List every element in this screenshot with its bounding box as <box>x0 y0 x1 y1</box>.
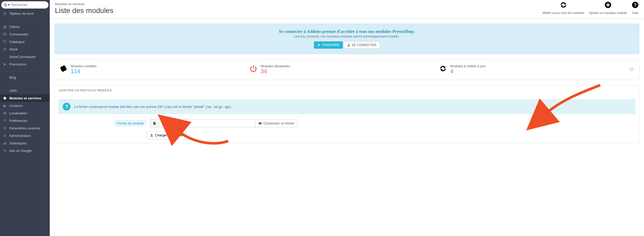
addons-subtitle: Une fois connecté, vos nouveaux modules … <box>60 35 634 38</box>
file-input-group: Choisissez un fichier <box>150 119 298 127</box>
truck-icon <box>3 104 7 108</box>
tag-icon <box>3 40 7 44</box>
help-icon <box>632 1 639 10</box>
search-icon <box>4 3 10 7</box>
signup-button[interactable]: S'INSCRIRE <box>314 41 343 49</box>
plus-icon <box>589 1 627 10</box>
nav-separator: - - - - - - - - - - <box>0 17 50 23</box>
page-title: Liste des modules <box>55 6 113 15</box>
upload-panel: AJOUTER UN NOUVEAU MODULE ? Le fichier c… <box>54 85 639 143</box>
stat-toupdate: Modules à mettre à jour 4 <box>439 64 629 75</box>
search-box[interactable] <box>1 1 48 9</box>
toolbar: Mettre à jour tous les modules Ajouter u… <box>542 1 639 15</box>
sidebar-item-orders[interactable]: Commandes <box>0 31 50 38</box>
nav-separator: - - - - - - - - - - <box>0 81 50 87</box>
panel-title: AJOUTER UN NOUVEAU MODULE <box>55 85 639 95</box>
user-icon <box>347 43 350 47</box>
search-input[interactable] <box>10 3 50 7</box>
addons-title: Se connecter à Addons permet d'accéder à… <box>60 29 634 34</box>
sidebar-item-catalog[interactable]: Catalogue <box>0 38 50 46</box>
sidebar-item-preferences[interactable]: Préférences <box>0 117 50 124</box>
stat-installed: Modules installés 114 <box>60 64 250 75</box>
upload-icon <box>150 133 153 137</box>
sidebar-item-ads[interactable]: Ads on Google <box>0 147 50 154</box>
upload-module-button[interactable]: Charger le module <box>147 131 186 139</box>
file-path-display <box>159 119 255 127</box>
sidebar-item-blog[interactable]: Blog <box>0 74 50 81</box>
sidebar-item-administration[interactable]: Administration <box>0 132 50 139</box>
sidebar: Tableau de bord - - - - - - - - - - Clie… <box>0 0 50 236</box>
google-icon <box>3 149 7 153</box>
promo-icon <box>3 62 7 66</box>
pencil-icon <box>317 43 320 47</box>
addons-banner: Se connecter à Addons permet d'accéder à… <box>54 24 639 54</box>
info-alert: ? Le fichier contenant le module doit êt… <box>59 99 635 114</box>
login-button[interactable]: SE CONNECTER <box>344 41 380 49</box>
info-icon: ? <box>63 103 70 110</box>
sidebar-item-cms[interactable]: CMS <box>0 87 50 94</box>
refresh-icon <box>439 65 447 74</box>
stats-icon <box>3 141 7 145</box>
file-label: Fichier du module <box>114 120 146 127</box>
power-icon <box>250 65 257 74</box>
gears-icon <box>3 126 7 130</box>
main: Modules et services Liste des modules Me… <box>50 0 644 236</box>
dashboard-icon <box>3 12 7 16</box>
add-module-button[interactable]: Ajouter un nouveau module <box>589 1 627 15</box>
sidebar-item-stock[interactable]: Stock <box>0 46 50 53</box>
puzzle-icon <box>60 65 67 74</box>
sidebar-item-stats[interactable]: Statistiques <box>0 139 50 147</box>
file-icon <box>150 119 159 127</box>
refresh-stats-button[interactable] <box>629 67 634 72</box>
sidebar-item-storecommander[interactable]: StoreCommander <box>0 53 50 61</box>
puzzle-icon <box>3 96 7 100</box>
sidebar-item-advanced[interactable]: Paramètres avancés <box>0 124 50 132</box>
nav-separator: - - - - - - - - - - <box>0 68 50 74</box>
sidebar-item-localisation[interactable]: Localisation <box>0 109 50 117</box>
cog-icon <box>3 134 7 138</box>
stock-icon <box>3 47 7 51</box>
stat-disabled: Modules désactivés 34 <box>250 64 440 75</box>
choose-file-button[interactable]: Choisissez un fichier <box>255 119 297 127</box>
sidebar-item-shipping[interactable]: Livraison <box>0 102 50 109</box>
update-all-button[interactable]: Mettre à jour tous les modules <box>542 1 584 15</box>
nav-list: Tableau de bord - - - - - - - - - - Clie… <box>0 10 50 154</box>
sidebar-item-clients[interactable]: Clients <box>0 23 50 31</box>
sidebar-item-modules[interactable]: Modules et services <box>0 94 50 102</box>
refresh-icon <box>542 1 584 10</box>
card-icon <box>3 32 7 36</box>
folder-open-icon <box>259 121 262 125</box>
sidebar-item-promotions[interactable]: Promotions <box>0 61 50 68</box>
users-icon <box>3 25 7 29</box>
breadcrumb: Modules et services <box>55 2 113 6</box>
help-button[interactable]: Aide <box>632 1 639 15</box>
sidebar-item-dashboard[interactable]: Tableau de bord <box>0 10 50 17</box>
stats-panel: Modules installés 114 Modules désactivés… <box>54 59 639 80</box>
globe-icon <box>3 111 7 115</box>
wrench-icon <box>3 119 7 123</box>
header: Modules et services Liste des modules Me… <box>50 0 644 19</box>
